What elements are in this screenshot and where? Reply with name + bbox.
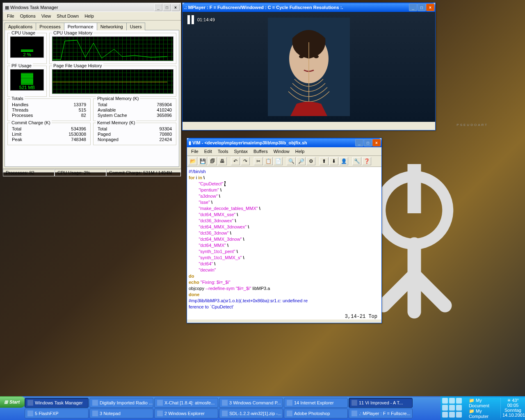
svg-point-3 (314, 55, 319, 58)
cpu-usage-label: CPU Usage (10, 30, 37, 35)
toolbar-button[interactable]: ✂ (254, 157, 263, 165)
maximize-button[interactable]: □ (163, 4, 171, 11)
osd: 01:14:49 (187, 15, 215, 24)
mplayer-titlebar[interactable]: .: MPlayer : F = Fullscreen/Windowed : C… (183, 3, 435, 12)
close-button[interactable]: × (372, 139, 381, 146)
menu-tools[interactable]: Tools (215, 148, 231, 155)
pseudoart-label: PSEUDOART (457, 123, 488, 127)
minimize-button[interactable]: _ (355, 139, 363, 146)
vim-window: ▮ VIM - <develop\mplayer\main\mp3lib\mp3… (187, 138, 382, 323)
toolbar-button[interactable]: 🗐 (208, 157, 217, 165)
cpu-pct: 2 % (23, 52, 31, 57)
vim-editor[interactable]: #!/bin/shfor i in \ "CpuDetect" \ "ipent… (187, 167, 381, 314)
temp: 43° (512, 398, 519, 403)
taskbar-button[interactable]: X-Chat [1.8.4]: atmosfe... (154, 398, 218, 408)
minimize-button[interactable]: _ (409, 4, 417, 11)
taskbar-button[interactable]: .: MPlayer : F = Fullscre... (349, 409, 413, 418)
toolbar-button[interactable]: 📄 (274, 157, 283, 165)
toolbar-button[interactable]: 🔧 (352, 157, 361, 165)
taskbar-button[interactable]: SDL-1.2.2-win32[1].zip -... (219, 409, 283, 418)
taskbar-button[interactable]: Digitally Imported Radio ... (89, 398, 153, 408)
toolbar-button[interactable]: ↶ (231, 157, 240, 165)
app-icon (352, 411, 357, 416)
vim-menubar: FileEditToolsSyntaxBuffersWindowHelp (187, 147, 381, 156)
tray-icon[interactable] (456, 405, 462, 411)
toolbar-button[interactable]: ⬆ (320, 157, 329, 165)
taskbar-button[interactable]: Adobe Photoshop (284, 409, 348, 418)
taskbar: ⊞Start Windows Task ManagerDigitally Imp… (0, 396, 525, 420)
clock[interactable]: ☀43° 00:05 Sonntag 14.10.2001 (500, 398, 523, 418)
tray-icon[interactable] (442, 412, 448, 418)
taskmgr-menubar: FileOptionsViewShut DownHelp (3, 12, 181, 21)
toolbar-button[interactable]: 🖶 (218, 157, 227, 165)
taskbar-button[interactable]: 3 Notepad (89, 409, 153, 418)
pf-meter: 521 MB (10, 69, 44, 91)
toolbar-button[interactable]: ⚙ (306, 157, 315, 165)
menu-edit[interactable]: Edit (202, 148, 215, 155)
start-button[interactable]: ⊞Start (0, 396, 25, 408)
tray-icon[interactable] (449, 405, 455, 411)
window-title: VIM - <develop\mplayer\main\mp3lib\mp3li… (192, 140, 355, 145)
menu-syntax[interactable]: Syntax (231, 148, 250, 155)
toolbar-button[interactable]: ⬇ (329, 157, 338, 165)
menu-file[interactable]: File (5, 13, 17, 19)
video-frame-art (268, 18, 350, 116)
menu-options[interactable]: Options (18, 13, 38, 19)
tray-icon[interactable] (449, 412, 455, 418)
menu-window[interactable]: Window (271, 148, 292, 155)
taskbar-button[interactable]: 3 Windows Command P... (219, 398, 283, 408)
clock-date: 14.10.2001 (502, 413, 523, 418)
tab-performance[interactable]: Performance (64, 23, 97, 30)
vim-ruler: 3,14-21 Top (187, 314, 381, 320)
maximize-button[interactable]: □ (418, 4, 426, 11)
app-icon (287, 411, 292, 416)
tray-link[interactable]: 📁 My Computer (469, 409, 499, 419)
taskbar-button[interactable]: 14 Internet Explorer (284, 398, 348, 408)
taskbar-button[interactable]: Windows Task Manager (25, 398, 89, 408)
window-title: Windows Task Manager (10, 5, 154, 10)
tab-applications[interactable]: Applications (5, 23, 36, 30)
menu-help[interactable]: Help (293, 148, 307, 155)
taskbar-button[interactable]: 5 FlashFXP (25, 409, 89, 418)
toolbar-button[interactable]: ↷ (241, 157, 250, 165)
taskbar-button[interactable]: 2 Windows Explorer (154, 409, 218, 418)
tray-link[interactable]: 📁 My Document (469, 398, 499, 409)
menu-view[interactable]: View (39, 13, 54, 19)
taskmgr-titlebar[interactable]: ▦ Windows Task Manager _ □ × (3, 3, 181, 12)
vim-titlebar[interactable]: ▮ VIM - <develop\mplayer\main\mp3lib\mp3… (187, 138, 381, 147)
toolbar-button[interactable]: ❓ (362, 157, 371, 165)
pf-val: 521 MB (19, 85, 35, 90)
app-icon (92, 411, 98, 416)
taskbar-button[interactable]: 11 Vi Improved - A T... (349, 398, 413, 408)
taskbar-buttons: Windows Task ManagerDigitally Imported R… (24, 397, 440, 419)
tray-icon[interactable] (449, 398, 455, 404)
status-commit: Commit Charge: 521M / 1494M (106, 169, 181, 176)
tray-icon[interactable] (442, 405, 448, 411)
minimize-button[interactable]: _ (154, 4, 162, 11)
tab-networking[interactable]: Networking (97, 23, 127, 30)
taskmgr-statusbar: Processes: 82 CPU Usage: 2% Commit Charg… (3, 169, 181, 176)
toolbar-button[interactable]: 🔎 (297, 157, 306, 165)
app-icon (352, 400, 357, 406)
toolbar-button[interactable]: 📂 (188, 157, 197, 165)
menu-buffers[interactable]: Buffers (251, 148, 270, 155)
tray-icon[interactable] (442, 398, 448, 404)
menu-help[interactable]: Help (82, 13, 96, 19)
toolbar-button[interactable]: 🔍 (287, 157, 296, 165)
menu-shut-down[interactable]: Shut Down (54, 13, 81, 19)
toolbar-button[interactable]: 💾 (198, 157, 207, 165)
menu-file[interactable]: File (189, 148, 201, 155)
tray-icon[interactable] (456, 412, 462, 418)
video-area[interactable]: 01:14:49 (183, 12, 435, 122)
osd-time: 01:14:49 (197, 17, 215, 22)
tab-processes[interactable]: Processes (36, 23, 64, 30)
cpu-meter: 2 % (10, 37, 44, 58)
tray-icon[interactable] (456, 398, 462, 404)
close-button[interactable]: × (426, 4, 434, 11)
toolbar-button[interactable]: 📋 (264, 157, 273, 165)
close-button[interactable]: × (171, 4, 180, 11)
toolbar-button[interactable]: 👤 (339, 157, 348, 165)
maximize-button[interactable]: □ (364, 139, 372, 146)
weather-icon: ☀ (507, 398, 511, 403)
tab-users[interactable]: Users (126, 23, 146, 30)
